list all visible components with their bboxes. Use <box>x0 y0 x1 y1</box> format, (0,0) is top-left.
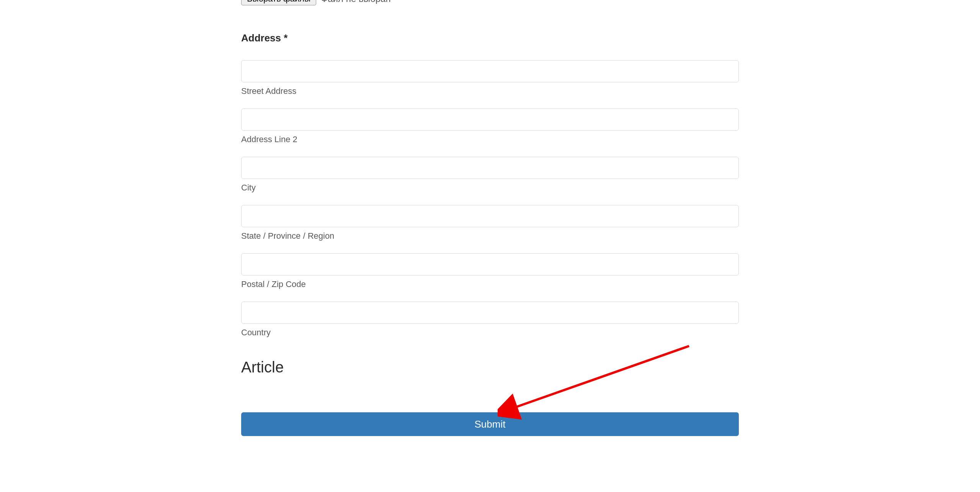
form-container: Выбрать файлы Файл не выбран Address * S… <box>241 0 739 436</box>
address-line2-input[interactable] <box>241 108 739 131</box>
file-status-text: Файл не выбран <box>321 0 391 4</box>
file-upload-row: Выбрать файлы Файл не выбран <box>241 0 739 5</box>
choose-files-button[interactable]: Выбрать файлы <box>241 0 316 5</box>
city-input[interactable] <box>241 157 739 179</box>
address-line2-label: Address Line 2 <box>241 134 739 144</box>
field-group-street: Street Address <box>241 60 739 96</box>
submit-button[interactable]: Submit <box>241 412 739 436</box>
city-label: City <box>241 183 739 193</box>
country-input[interactable] <box>241 302 739 324</box>
field-group-state: State / Province / Region <box>241 205 739 241</box>
field-group-country: Country <box>241 302 739 338</box>
street-address-input[interactable] <box>241 60 739 82</box>
field-group-city: City <box>241 157 739 193</box>
state-label: State / Province / Region <box>241 231 739 241</box>
address-section-label: Address * <box>241 32 739 44</box>
field-group-postal: Postal / Zip Code <box>241 253 739 289</box>
country-label: Country <box>241 328 739 338</box>
state-input[interactable] <box>241 205 739 227</box>
street-address-label: Street Address <box>241 86 739 96</box>
field-group-line2: Address Line 2 <box>241 108 739 144</box>
postal-input[interactable] <box>241 253 739 276</box>
article-heading: Article <box>241 359 739 376</box>
postal-label: Postal / Zip Code <box>241 279 739 289</box>
